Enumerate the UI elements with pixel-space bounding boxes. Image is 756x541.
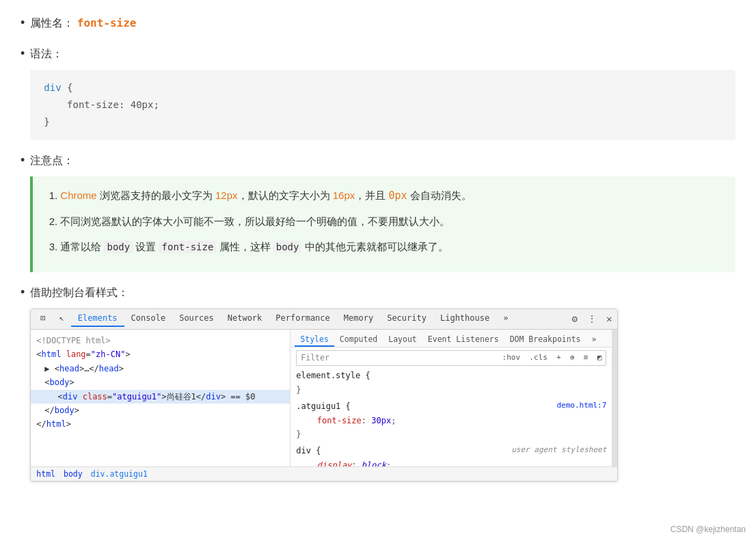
devtools-styles-panel: Styles Computed Layout Event Listeners D… <box>291 330 612 466</box>
property-content: 属性名： font-size <box>30 14 735 34</box>
note-16px: 16px <box>333 189 355 201</box>
devtools-breadcrumb: html body div.atguigu1 <box>31 466 617 481</box>
tab-console[interactable]: Console <box>124 311 173 327</box>
right-tab-event-listeners[interactable]: Event Listeners <box>422 333 504 347</box>
syntax-code-block: div { font-size: 40px; } <box>30 70 735 141</box>
css-rule-div: user agent stylesheet div { display: blo… <box>296 444 606 466</box>
css-rule-atguigu1: demo.html:7 .atguigu1 { font-size: 30px;… <box>296 399 606 441</box>
syntax-label: 语法： <box>30 48 63 60</box>
html-line-head: ▶ <head>…</head> <box>36 362 284 375</box>
html-line-html-close: </html> <box>36 417 284 431</box>
devtools-bookmarks-icon[interactable]: ⊡ <box>33 311 52 327</box>
bullet-dot-2: • <box>21 44 25 63</box>
css-selector: element.style { <box>296 371 370 380</box>
devtools-content: 借助控制台看样式： ⊡ ↖ Elements Console Sources N… <box>30 283 735 481</box>
note-item-3: 通常以给 body 设置 font-size 属性，这样 body 中的其他元素… <box>60 237 722 256</box>
css-selector-div: div { <box>296 446 321 456</box>
right-tab-more[interactable]: » <box>586 333 602 347</box>
right-tab-layout[interactable]: Layout <box>383 333 422 347</box>
tab-memory[interactable]: Memory <box>337 311 380 327</box>
note-chrome: Chrome <box>60 189 96 201</box>
breadcrumb-html: html <box>36 469 55 479</box>
code-line-3: } <box>44 114 722 131</box>
note-box: Chrome 浏览器支持的最小文字为 12px，默认的文字大小为 16px，并且… <box>30 176 735 272</box>
tab-sources[interactable]: Sources <box>172 311 221 327</box>
devtools-right-content: Filter :hov .cls + ⊕ ≡ ◩ element.style {… <box>291 347 612 466</box>
devtools-filter-bar: Filter :hov .cls + ⊕ ≡ ◩ <box>296 350 606 367</box>
css-prop-font-size: font-size: 30px; <box>296 416 396 425</box>
devtools-body: <!DOCTYPE html> <html lang="zh-CN"> ▶ <h… <box>31 330 617 466</box>
devtools-right-tab-bar: Styles Computed Layout Event Listeners D… <box>291 330 612 347</box>
filter-placeholder: Filter <box>301 352 329 365</box>
html-line-doctype: <!DOCTYPE html> <box>36 334 284 347</box>
note-body-2: body <box>273 241 302 253</box>
devtools-tab-bar: ⊡ ↖ Elements Console Sources Network Per… <box>31 309 617 330</box>
note-list: Chrome 浏览器支持的最小文字为 12px，默认的文字大小为 16px，并且… <box>46 186 722 256</box>
tab-performance[interactable]: Performance <box>269 311 336 327</box>
devtools-label: 借助控制台看样式： <box>30 287 129 298</box>
devtools-html-tree: <!DOCTYPE html> <html lang="zh-CN"> ▶ <h… <box>31 330 291 466</box>
filter-options: :hov .cls + ⊕ ≡ ◩ <box>502 352 602 365</box>
css-rule-element-style: element.style { } <box>296 369 606 397</box>
note-item-2: 不同浏览器默认的字体大小可能不一致，所以最好给一个明确的值，不要用默认大小。 <box>60 212 722 230</box>
note-12px: 12px <box>215 189 238 201</box>
property-value: font-size <box>77 16 137 29</box>
note-font-size: font-size <box>159 241 217 253</box>
devtools-inspect-icon[interactable]: ↖ <box>53 311 71 327</box>
tab-lighthouse[interactable]: Lighthouse <box>433 311 496 327</box>
right-tab-dom-breakpoints[interactable]: DOM Breakpoints <box>504 333 586 347</box>
devtools-panel: ⊡ ↖ Elements Console Sources Network Per… <box>30 308 618 481</box>
bullet-dot-4: • <box>21 283 25 302</box>
code-keyword: div <box>44 82 61 93</box>
note-content: 注意点： Chrome 浏览器支持的最小文字为 12px，默认的文字大小为 16… <box>30 151 735 272</box>
css-prop-display: display: block; <box>296 460 391 466</box>
breadcrumb-body: body <box>64 469 83 479</box>
css-source-ua: user agent stylesheet <box>511 444 606 457</box>
css-selector-atguigu1: .atguigu1 { <box>296 401 350 411</box>
breadcrumb-div: div.atguigu1 <box>91 469 148 479</box>
right-tab-styles[interactable]: Styles <box>295 333 334 347</box>
note-item-1: Chrome 浏览器支持的最小文字为 12px，默认的文字大小为 16px，并且… <box>60 186 722 205</box>
note-section: • 注意点： Chrome 浏览器支持的最小文字为 12px，默认的文字大小为 … <box>21 151 735 272</box>
close-icon[interactable]: ✕ <box>604 312 615 326</box>
code-line-2: font-size: 40px; <box>44 96 722 114</box>
bullet-dot-3: • <box>21 151 25 170</box>
settings-icon[interactable]: ⚙ <box>569 312 580 326</box>
note-0px: 0px <box>388 189 407 202</box>
tab-elements[interactable]: Elements <box>71 311 124 327</box>
scrollbar <box>612 330 617 466</box>
html-line-body: <body> <box>36 375 284 389</box>
css-source-demo: demo.html:7 <box>556 399 606 412</box>
devtools-section: • 借助控制台看样式： ⊡ ↖ Elements Console Sources… <box>21 283 735 481</box>
code-prop: font-size <box>67 99 119 110</box>
syntax-content: 语法： div { font-size: 40px; } <box>30 44 735 140</box>
tab-more[interactable]: » <box>496 311 515 327</box>
css-close-atguigu1: } <box>296 430 301 439</box>
css-close: } <box>296 385 301 395</box>
html-line-html: <html lang="zh-CN"> <box>36 347 284 361</box>
syntax-section: • 语法： div { font-size: 40px; } <box>21 44 735 140</box>
more-options-icon[interactable]: ⋮ <box>584 312 599 326</box>
code-line-1: div { <box>44 79 722 96</box>
tab-security[interactable]: Security <box>380 311 433 327</box>
html-line-body-close: </body> <box>36 404 284 417</box>
note-label: 注意点： <box>30 155 74 166</box>
note-body-1: body <box>104 241 133 253</box>
bullet-dot: • <box>21 14 25 32</box>
property-section: • 属性名： font-size <box>21 14 735 34</box>
tab-network[interactable]: Network <box>221 311 269 327</box>
right-tab-computed[interactable]: Computed <box>334 333 383 347</box>
html-line-div: <div class="atguigu1">尚硅谷1</div> == $0 <box>31 390 290 404</box>
devtools-icons: ⚙ ⋮ ✕ <box>569 312 615 326</box>
property-label: 属性名： font-size <box>30 17 136 29</box>
property-label-text: 属性名： <box>30 17 74 29</box>
code-value: 40px <box>131 99 154 110</box>
